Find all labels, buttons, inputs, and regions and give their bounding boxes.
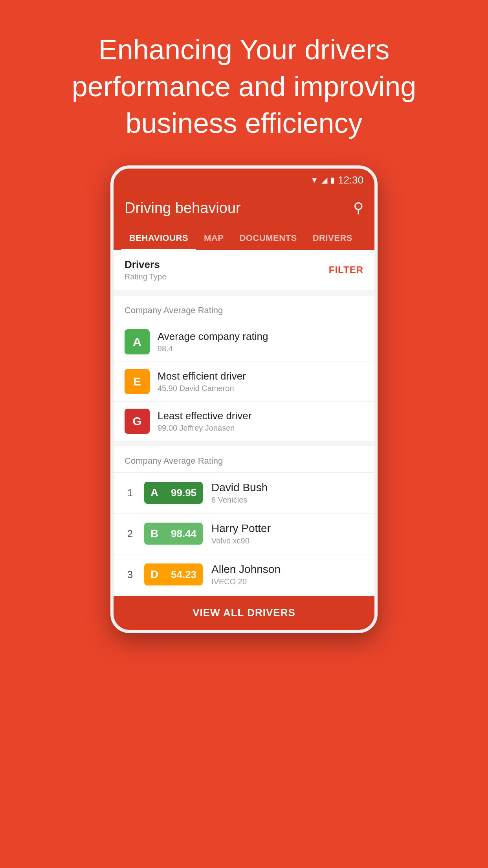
hero-section: Enhancing Your drivers performance and i… — [0, 0, 488, 158]
score-value-1: 99.95 — [165, 482, 203, 504]
search-icon: ⚲ — [353, 200, 363, 216]
drivers-section-title: Company Average Rating — [114, 446, 374, 472]
driver-name-1: David Bush — [211, 481, 268, 494]
tab-documents[interactable]: DOCUMENTS — [231, 226, 305, 250]
driver-sub-1: 6 Vehicles — [211, 495, 268, 505]
driver-item-2[interactable]: 2 B 98.44 Harry Potter Volvo xc90 — [114, 513, 374, 554]
efficient-sublabel: 45.90 David Cameron — [158, 384, 246, 393]
drivers-list-section: Company Average Rating 1 A 99.95 David B… — [114, 446, 374, 630]
least-badge-letter: G — [132, 415, 141, 428]
efficient-label: Most efficient driver — [158, 370, 246, 382]
driver-sub-2: Volvo xc90 — [211, 536, 271, 545]
summary-item-average: A Average company rating 98.4 — [114, 322, 374, 362]
driver-name-2: Harry Potter — [211, 522, 271, 535]
score-value-3: 54.23 — [165, 563, 203, 585]
drivers-label: Drivers — [125, 259, 166, 271]
driver-item-1[interactable]: 1 A 99.95 David Bush 6 Vehicles — [114, 472, 374, 513]
rank-1: 1 — [125, 487, 136, 499]
summary-section-title: Company Average Rating — [114, 296, 374, 322]
status-time: 12:30 — [338, 174, 363, 186]
tab-drivers[interactable]: DRIVERS — [305, 226, 360, 250]
efficient-badge: E — [125, 369, 150, 394]
tab-behaviours[interactable]: BEHAVIOURS — [121, 226, 196, 250]
app-title: Driving behaviour — [125, 200, 241, 217]
score-letter-2: B — [144, 523, 165, 545]
view-all-drivers-button[interactable]: VIEW ALL DRIVERS — [114, 596, 374, 630]
tab-bar: BEHAVIOURS MAP DOCUMENTS DRIVERS — [114, 226, 374, 250]
wifi-icon: ▼ — [310, 176, 318, 185]
tab-map[interactable]: MAP — [196, 226, 231, 250]
driver-info-1: David Bush 6 Vehicles — [211, 481, 268, 505]
driver-badge-1: A 99.95 — [144, 482, 203, 504]
driver-badge-3: D 54.23 — [144, 563, 203, 585]
status-icons: ▼ ◢ ▮ 12:30 — [310, 174, 363, 186]
driver-sub-3: IVECO 20 — [211, 577, 281, 586]
search-button[interactable]: ⚲ — [353, 200, 363, 216]
rating-type-label: Rating Type — [125, 272, 166, 281]
driver-info-2: Harry Potter Volvo xc90 — [211, 522, 271, 545]
driver-info-3: Allen Johnson IVECO 20 — [211, 563, 281, 586]
driver-badge-2: B 98.44 — [144, 523, 203, 545]
summary-item-least: G Least effective driver 99.00 Jeffrey J… — [114, 401, 374, 441]
efficient-badge-letter: E — [133, 375, 141, 388]
rank-3: 3 — [125, 569, 136, 581]
filter-row: Drivers Rating Type FILTER — [114, 250, 374, 290]
score-letter-3: D — [144, 563, 165, 585]
least-label: Least effective driver — [158, 410, 251, 422]
summary-item-efficient: E Most efficient driver 45.90 David Came… — [114, 362, 374, 401]
app-header: Driving behaviour ⚲ — [114, 192, 374, 226]
signal-icon: ◢ — [321, 175, 327, 185]
average-badge: A — [125, 329, 150, 354]
average-label: Average company rating — [158, 330, 268, 343]
least-badge: G — [125, 409, 150, 434]
average-sublabel: 98.4 — [158, 344, 268, 353]
hero-headline: Enhancing Your drivers performance and i… — [31, 31, 457, 142]
filter-button[interactable]: FILTER — [329, 264, 363, 275]
battery-icon: ▮ — [330, 175, 335, 185]
rank-2: 2 — [125, 528, 136, 540]
phone-container: ▼ ◢ ▮ 12:30 Driving behaviour ⚲ BEHAVIOU… — [0, 165, 488, 633]
summary-card: Company Average Rating A Average company… — [114, 296, 374, 441]
driver-item-3[interactable]: 3 D 54.23 Allen Johnson IVECO 20 — [114, 554, 374, 595]
average-badge-letter: A — [133, 335, 141, 349]
status-bar: ▼ ◢ ▮ 12:30 — [114, 169, 374, 192]
average-info: Average company rating 98.4 — [158, 330, 268, 353]
filter-left: Drivers Rating Type — [125, 259, 166, 281]
content-area: Drivers Rating Type FILTER Company Avera… — [114, 250, 374, 630]
least-info: Least effective driver 99.00 Jeffrey Jon… — [158, 410, 251, 433]
score-letter-1: A — [144, 482, 165, 504]
score-value-2: 98.44 — [165, 523, 203, 545]
least-sublabel: 99.00 Jeffrey Jonasen — [158, 424, 251, 433]
phone-mockup: ▼ ◢ ▮ 12:30 Driving behaviour ⚲ BEHAVIOU… — [110, 165, 378, 633]
efficient-info: Most efficient driver 45.90 David Camero… — [158, 370, 246, 393]
driver-name-3: Allen Johnson — [211, 563, 281, 576]
